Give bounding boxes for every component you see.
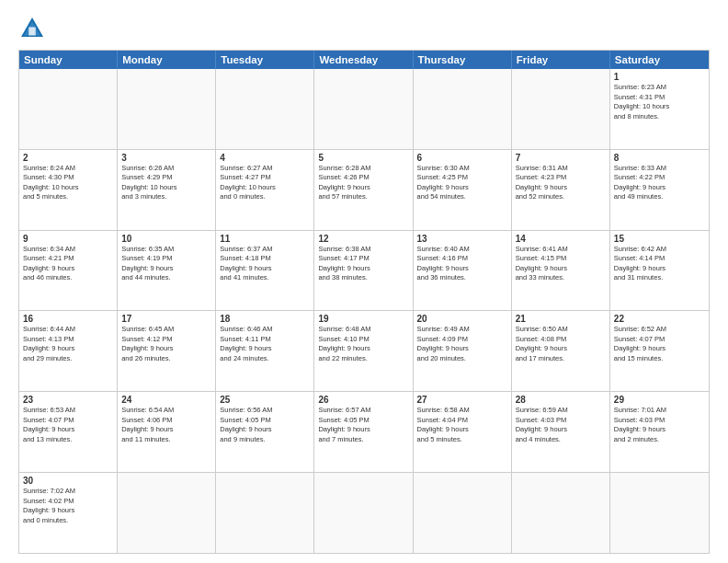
day-info: Sunrise: 6:54 AM Sunset: 4:06 PM Dayligh… xyxy=(121,406,211,444)
calendar-cell: 11Sunrise: 6:37 AM Sunset: 4:18 PM Dayli… xyxy=(216,231,314,311)
day-info: Sunrise: 6:58 AM Sunset: 4:04 PM Dayligh… xyxy=(417,406,507,444)
weekday-header: Monday xyxy=(118,51,216,69)
weekday-header: Friday xyxy=(512,51,610,69)
weekday-header: Tuesday xyxy=(216,51,314,69)
calendar-cell xyxy=(414,473,512,553)
calendar-header: SundayMondayTuesdayWednesdayThursdayFrid… xyxy=(19,51,709,69)
calendar-cell: 26Sunrise: 6:57 AM Sunset: 4:05 PM Dayli… xyxy=(314,392,413,472)
day-info: Sunrise: 6:23 AM Sunset: 4:31 PM Dayligh… xyxy=(614,83,705,121)
calendar-cell: 7Sunrise: 6:31 AM Sunset: 4:23 PM Daylig… xyxy=(512,150,610,230)
day-info: Sunrise: 7:01 AM Sunset: 4:03 PM Dayligh… xyxy=(614,406,705,444)
calendar-week-row: 9Sunrise: 6:34 AM Sunset: 4:21 PM Daylig… xyxy=(19,231,709,312)
calendar-cell xyxy=(610,473,709,553)
day-info: Sunrise: 6:35 AM Sunset: 4:19 PM Dayligh… xyxy=(121,245,211,283)
page: SundayMondayTuesdayWednesdayThursdayFrid… xyxy=(0,0,728,563)
day-number: 1 xyxy=(614,72,705,82)
day-info: Sunrise: 6:45 AM Sunset: 4:12 PM Dayligh… xyxy=(121,325,211,363)
calendar-cell: 27Sunrise: 6:58 AM Sunset: 4:04 PM Dayli… xyxy=(414,392,512,472)
day-number: 15 xyxy=(614,234,705,244)
calendar-cell xyxy=(216,69,314,149)
day-number: 26 xyxy=(318,395,408,405)
weekday-header: Saturday xyxy=(610,51,709,69)
day-number: 14 xyxy=(516,234,606,244)
header xyxy=(18,15,710,42)
calendar-cell: 2Sunrise: 6:24 AM Sunset: 4:30 PM Daylig… xyxy=(19,150,118,230)
svg-rect-2 xyxy=(28,28,36,36)
day-info: Sunrise: 6:38 AM Sunset: 4:17 PM Dayligh… xyxy=(318,245,408,283)
calendar-cell: 21Sunrise: 6:50 AM Sunset: 4:08 PM Dayli… xyxy=(512,311,610,391)
day-number: 8 xyxy=(614,153,705,163)
day-number: 7 xyxy=(516,153,606,163)
day-info: Sunrise: 6:34 AM Sunset: 4:21 PM Dayligh… xyxy=(23,245,113,283)
calendar: SundayMondayTuesdayWednesdayThursdayFrid… xyxy=(18,50,710,554)
calendar-cell: 28Sunrise: 6:59 AM Sunset: 4:03 PM Dayli… xyxy=(512,392,610,472)
day-info: Sunrise: 7:02 AM Sunset: 4:02 PM Dayligh… xyxy=(23,487,113,525)
calendar-cell: 30Sunrise: 7:02 AM Sunset: 4:02 PM Dayli… xyxy=(19,473,118,553)
day-number: 23 xyxy=(23,395,113,405)
calendar-cell: 15Sunrise: 6:42 AM Sunset: 4:14 PM Dayli… xyxy=(610,231,709,311)
day-number: 25 xyxy=(220,395,310,405)
day-number: 12 xyxy=(318,234,408,244)
day-number: 10 xyxy=(121,234,211,244)
day-number: 19 xyxy=(318,314,408,324)
day-number: 11 xyxy=(220,234,310,244)
calendar-cell: 23Sunrise: 6:53 AM Sunset: 4:07 PM Dayli… xyxy=(19,392,118,472)
calendar-cell: 5Sunrise: 6:28 AM Sunset: 4:26 PM Daylig… xyxy=(314,150,413,230)
day-info: Sunrise: 6:26 AM Sunset: 4:29 PM Dayligh… xyxy=(121,164,211,202)
day-number: 29 xyxy=(614,395,705,405)
day-number: 13 xyxy=(417,234,507,244)
calendar-cell: 24Sunrise: 6:54 AM Sunset: 4:06 PM Dayli… xyxy=(118,392,216,472)
calendar-cell: 29Sunrise: 7:01 AM Sunset: 4:03 PM Dayli… xyxy=(610,392,709,472)
calendar-cell xyxy=(512,473,610,553)
weekday-header: Thursday xyxy=(414,51,512,69)
day-number: 6 xyxy=(417,153,507,163)
calendar-week-row: 16Sunrise: 6:44 AM Sunset: 4:13 PM Dayli… xyxy=(19,311,709,392)
calendar-cell: 25Sunrise: 6:56 AM Sunset: 4:05 PM Dayli… xyxy=(216,392,314,472)
calendar-cell: 14Sunrise: 6:41 AM Sunset: 4:15 PM Dayli… xyxy=(512,231,610,311)
calendar-cell xyxy=(414,69,512,149)
calendar-cell xyxy=(118,473,216,553)
day-number: 20 xyxy=(417,314,507,324)
day-info: Sunrise: 6:50 AM Sunset: 4:08 PM Dayligh… xyxy=(516,325,606,363)
calendar-cell: 12Sunrise: 6:38 AM Sunset: 4:17 PM Dayli… xyxy=(314,231,413,311)
calendar-cell: 4Sunrise: 6:27 AM Sunset: 4:27 PM Daylig… xyxy=(216,150,314,230)
calendar-cell xyxy=(314,473,413,553)
day-info: Sunrise: 6:30 AM Sunset: 4:25 PM Dayligh… xyxy=(417,164,507,202)
calendar-week-row: 23Sunrise: 6:53 AM Sunset: 4:07 PM Dayli… xyxy=(19,392,709,473)
calendar-cell: 22Sunrise: 6:52 AM Sunset: 4:07 PM Dayli… xyxy=(610,311,709,391)
day-info: Sunrise: 6:33 AM Sunset: 4:22 PM Dayligh… xyxy=(614,164,705,202)
calendar-cell xyxy=(512,69,610,149)
logo-icon xyxy=(18,15,46,42)
calendar-cell: 1Sunrise: 6:23 AM Sunset: 4:31 PM Daylig… xyxy=(610,69,709,149)
logo xyxy=(18,15,50,42)
day-info: Sunrise: 6:56 AM Sunset: 4:05 PM Dayligh… xyxy=(220,406,310,444)
day-number: 24 xyxy=(121,395,211,405)
day-info: Sunrise: 6:42 AM Sunset: 4:14 PM Dayligh… xyxy=(614,245,705,283)
weekday-header: Sunday xyxy=(19,51,118,69)
day-info: Sunrise: 6:37 AM Sunset: 4:18 PM Dayligh… xyxy=(220,245,310,283)
day-number: 16 xyxy=(23,314,113,324)
day-info: Sunrise: 6:53 AM Sunset: 4:07 PM Dayligh… xyxy=(23,406,113,444)
day-info: Sunrise: 6:28 AM Sunset: 4:26 PM Dayligh… xyxy=(318,164,408,202)
day-number: 30 xyxy=(23,476,113,486)
calendar-week-row: 2Sunrise: 6:24 AM Sunset: 4:30 PM Daylig… xyxy=(19,150,709,231)
calendar-cell xyxy=(118,69,216,149)
day-number: 5 xyxy=(318,153,408,163)
calendar-cell: 9Sunrise: 6:34 AM Sunset: 4:21 PM Daylig… xyxy=(19,231,118,311)
calendar-cell: 8Sunrise: 6:33 AM Sunset: 4:22 PM Daylig… xyxy=(610,150,709,230)
day-number: 27 xyxy=(417,395,507,405)
calendar-cell: 20Sunrise: 6:49 AM Sunset: 4:09 PM Dayli… xyxy=(414,311,512,391)
day-number: 28 xyxy=(516,395,606,405)
day-info: Sunrise: 6:46 AM Sunset: 4:11 PM Dayligh… xyxy=(220,325,310,363)
calendar-cell xyxy=(314,69,413,149)
day-info: Sunrise: 6:59 AM Sunset: 4:03 PM Dayligh… xyxy=(516,406,606,444)
calendar-cell: 13Sunrise: 6:40 AM Sunset: 4:16 PM Dayli… xyxy=(414,231,512,311)
day-info: Sunrise: 6:41 AM Sunset: 4:15 PM Dayligh… xyxy=(516,245,606,283)
calendar-cell: 17Sunrise: 6:45 AM Sunset: 4:12 PM Dayli… xyxy=(118,311,216,391)
day-number: 3 xyxy=(121,153,211,163)
day-number: 2 xyxy=(23,153,113,163)
calendar-cell: 10Sunrise: 6:35 AM Sunset: 4:19 PM Dayli… xyxy=(118,231,216,311)
day-number: 17 xyxy=(121,314,211,324)
day-info: Sunrise: 6:24 AM Sunset: 4:30 PM Dayligh… xyxy=(23,164,113,202)
day-info: Sunrise: 6:27 AM Sunset: 4:27 PM Dayligh… xyxy=(220,164,310,202)
